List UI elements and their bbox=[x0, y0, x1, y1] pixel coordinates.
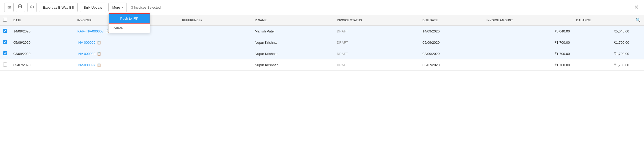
print-button[interactable] bbox=[27, 3, 37, 12]
table-row: 05/09/2020INV-000099📋Nupur KrishnanDRAFT… bbox=[0, 37, 644, 48]
row-reference bbox=[179, 37, 252, 48]
row-balance: ₹1,700.00 bbox=[573, 48, 632, 59]
row-reference bbox=[179, 25, 252, 37]
col-reference: REFERENCE# bbox=[179, 15, 252, 25]
invoices-table-container: DATE INVOICE# REFERENCE# R NAME INVOICE … bbox=[0, 15, 644, 71]
row-date: 03/09/2020 bbox=[10, 48, 74, 59]
row-checkbox-cell bbox=[0, 59, 10, 71]
select-all-header bbox=[0, 15, 10, 25]
more-label: More bbox=[112, 5, 120, 9]
invoice-doc-icon: 📋 bbox=[97, 63, 101, 67]
row-due-date: 14/09/2020 bbox=[419, 25, 483, 37]
table-row: 03/09/2020INV-000098📋Nupur KrishnanDRAFT… bbox=[0, 48, 644, 59]
push-to-irp-button[interactable]: Push to IRP bbox=[109, 13, 150, 24]
col-due-date: DUE DATE bbox=[419, 15, 483, 25]
row-customer-name: Nupur Krishnan bbox=[252, 37, 334, 48]
row-checkbox[interactable] bbox=[3, 51, 7, 55]
row-checkbox[interactable] bbox=[3, 40, 7, 44]
row-due-date: 05/07/2020 bbox=[419, 59, 483, 71]
chevron-down-icon: ▾ bbox=[122, 6, 123, 9]
email-button[interactable]: ✉ bbox=[4, 3, 14, 12]
email-icon: ✉ bbox=[7, 5, 11, 10]
more-dropdown-container: More ▾ Push to IRP Delete bbox=[108, 3, 127, 12]
row-checkbox[interactable] bbox=[3, 29, 7, 33]
invoice-doc-icon: 📋 bbox=[97, 52, 101, 56]
delete-button[interactable]: Delete bbox=[109, 24, 150, 33]
row-reference bbox=[179, 59, 252, 71]
row-balance: ₹1,700.00 bbox=[573, 59, 632, 71]
row-reference bbox=[179, 48, 252, 59]
row-checkbox-cell bbox=[0, 25, 10, 37]
row-invoice[interactable]: INV-000099📋 bbox=[74, 37, 179, 48]
row-checkbox-cell bbox=[0, 48, 10, 59]
row-invoice-amount: ₹1,700.00 bbox=[483, 48, 573, 59]
row-checkbox-cell bbox=[0, 37, 10, 48]
row-search-cell bbox=[632, 48, 644, 59]
table-row: 14/09/2020KAR-INV-000003📋Manish PatelDRA… bbox=[0, 25, 644, 37]
row-due-date: 03/09/2020 bbox=[419, 48, 483, 59]
toolbar: ✉ Export as E-Way Bill Bulk Update M bbox=[0, 0, 644, 15]
col-search: 🔍 bbox=[632, 15, 644, 25]
invoice-link[interactable]: INV-000099📋 bbox=[77, 41, 176, 44]
invoices-table: DATE INVOICE# REFERENCE# R NAME INVOICE … bbox=[0, 15, 644, 71]
status-badge: DRAFT bbox=[337, 41, 348, 44]
print-icon bbox=[30, 5, 34, 10]
row-balance: ₹1,700.00 bbox=[573, 37, 632, 48]
row-balance: ₹5,040.00 bbox=[573, 25, 632, 37]
row-invoice[interactable]: INV-000097📋 bbox=[74, 59, 179, 71]
row-search-cell bbox=[632, 25, 644, 37]
select-all-checkbox[interactable] bbox=[3, 18, 7, 22]
row-invoice[interactable]: INV-000098📋 bbox=[74, 48, 179, 59]
col-customer-name: R NAME bbox=[252, 15, 334, 25]
invoice-link[interactable]: INV-000098📋 bbox=[77, 52, 176, 56]
row-invoice-status: DRAFT bbox=[334, 48, 419, 59]
row-invoice-amount: ₹1,700.00 bbox=[483, 37, 573, 48]
invoice-link[interactable]: INV-000097📋 bbox=[77, 63, 176, 67]
row-date: 05/07/2020 bbox=[10, 59, 74, 71]
document-button[interactable] bbox=[16, 3, 25, 12]
row-date: 05/09/2020 bbox=[10, 37, 74, 48]
document-icon bbox=[18, 4, 23, 10]
col-invoice-status: INVOICE STATUS bbox=[334, 15, 419, 25]
row-checkbox[interactable] bbox=[3, 63, 7, 66]
row-search-cell bbox=[632, 59, 644, 71]
row-date: 14/09/2020 bbox=[10, 25, 74, 37]
status-badge: DRAFT bbox=[337, 30, 348, 33]
svg-point-6 bbox=[33, 7, 33, 7]
row-invoice-amount: ₹5,040.00 bbox=[483, 25, 573, 37]
export-eway-button[interactable]: Export as E-Way Bill bbox=[39, 3, 78, 12]
row-customer-name: Manish Patel bbox=[252, 25, 334, 37]
bulk-update-button[interactable]: Bulk Update bbox=[80, 3, 106, 12]
row-customer-name: Nupur Krishnan bbox=[252, 48, 334, 59]
more-dropdown-menu: Push to IRP Delete bbox=[108, 13, 150, 33]
row-invoice-status: DRAFT bbox=[334, 37, 419, 48]
row-search-cell bbox=[632, 37, 644, 48]
row-invoice-status: DRAFT bbox=[334, 59, 419, 71]
svg-rect-5 bbox=[31, 7, 33, 8]
row-due-date: 05/09/2020 bbox=[419, 37, 483, 48]
row-invoice-amount: ₹1,700.00 bbox=[483, 59, 573, 71]
status-badge: DRAFT bbox=[337, 52, 348, 56]
selected-info: 3 Invoices Selected bbox=[131, 5, 161, 9]
col-balance: BALANCE bbox=[573, 15, 632, 25]
status-badge: DRAFT bbox=[337, 63, 348, 67]
col-invoice-amount: INVOICE AMOUNT bbox=[483, 15, 573, 25]
table-row: 05/07/2020INV-000097📋Nupur KrishnanDRAFT… bbox=[0, 59, 644, 71]
more-button[interactable]: More ▾ bbox=[108, 3, 127, 12]
close-button[interactable]: ✕ bbox=[633, 4, 640, 11]
invoice-doc-icon: 📋 bbox=[97, 41, 101, 44]
table-header-row: DATE INVOICE# REFERENCE# R NAME INVOICE … bbox=[0, 15, 644, 25]
col-date: DATE bbox=[10, 15, 74, 25]
row-customer-name: Nupur Krishnan bbox=[252, 59, 334, 71]
search-icon[interactable]: 🔍 bbox=[636, 18, 641, 22]
row-invoice-status: DRAFT bbox=[334, 25, 419, 37]
